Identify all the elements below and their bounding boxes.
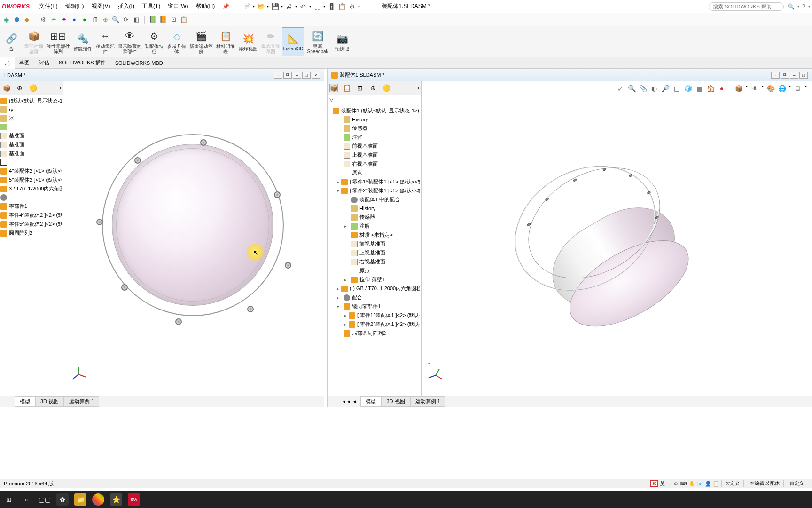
view-triad-right[interactable]: z (430, 364, 449, 382)
menu-help[interactable]: 帮助(H) (192, 0, 219, 12)
vp-eye-icon[interactable]: 👁 (750, 84, 759, 93)
btab-motion-right[interactable]: 运动算例 1 (410, 396, 445, 407)
tree-item[interactable]: 装配体1 中的配合 (328, 195, 420, 204)
menu-file[interactable]: 文件(F) (35, 0, 61, 12)
tb-icon-15[interactable]: 📙 (159, 16, 167, 24)
btab-3dview-left[interactable]: 3D 视图 (35, 396, 64, 407)
btab-3dview-right[interactable]: 3D 视图 (381, 396, 410, 407)
settings-icon[interactable]: ⚙ (348, 2, 356, 11)
tree-item[interactable]: 前视基准面 (328, 239, 420, 248)
save-icon[interactable]: 💾 (271, 2, 279, 11)
tb-icon-8[interactable]: ● (80, 16, 89, 24)
ribbon-preview[interactable]: 📦零部件预览窗 (23, 27, 45, 56)
solidworks-icon[interactable]: SW (128, 493, 140, 506)
tb-icon-9[interactable]: ᗰ (91, 16, 99, 24)
win-btn-r1[interactable]: ▫ (771, 72, 780, 79)
vp-fit-icon[interactable]: 🔍 (627, 84, 636, 93)
tree-item[interactable]: ▸[ 零件1^装配体1 ]<2> (默认<< (328, 311, 420, 320)
tb-icon-10[interactable]: ⊕ (101, 16, 109, 24)
win-btn-r2[interactable]: ⧉ (781, 72, 789, 79)
chevron-right-icon[interactable]: › (59, 85, 61, 91)
ime-lang[interactable]: 英 ， (660, 480, 671, 487)
model-ring-iso[interactable] (508, 145, 701, 338)
vp-zoom2-icon[interactable]: 🔎 (661, 84, 670, 93)
tb-icon-1[interactable]: ◉ (2, 16, 10, 24)
ribbon-ref-geometry[interactable]: ◇参考几何体 (165, 27, 188, 56)
tree-item[interactable] (0, 158, 62, 167)
tree-item[interactable]: 上视基准面 (328, 151, 420, 159)
status-editing[interactable]: 在编辑 装配体 (746, 480, 784, 487)
btab-motion-left[interactable]: 运动算例 1 (64, 396, 99, 407)
vp-zoom-icon[interactable]: ⤢ (616, 84, 625, 93)
tree-item[interactable]: 右视基准面 (328, 257, 420, 266)
tree-item[interactable]: ▸注解 (328, 222, 420, 230)
ribbon-assembly-feature[interactable]: ⚙装配体特征 (143, 27, 165, 56)
tree-item[interactable]: 圆周阵列2 (0, 229, 62, 238)
vp-view-icon[interactable]: ◫ (672, 84, 681, 93)
app-icon-1[interactable]: ✿ (56, 493, 69, 506)
minimize-button[interactable]: – (293, 72, 301, 79)
tree-tab-cross-icon-r[interactable]: ⊕ (369, 84, 377, 92)
tab-layout[interactable]: 局 (0, 57, 15, 69)
search-input[interactable] (709, 2, 784, 11)
menu-tools[interactable]: 工具(T) (138, 0, 164, 12)
view-triad-left[interactable] (73, 363, 92, 381)
search-button[interactable]: ○ (21, 493, 33, 506)
vp-globe-icon[interactable]: 🌐 (778, 84, 786, 93)
tree-item[interactable]: 基准面 (0, 149, 62, 158)
tree-item[interactable] (0, 123, 62, 131)
status-custom[interactable]: 自定义 (786, 480, 808, 487)
app-icon-2[interactable]: ⭐ (110, 493, 122, 506)
tree-item[interactable]: 4^装配体2 ]<1> (默认<<默认 (0, 167, 62, 175)
menu-edit[interactable]: 编辑(E) (62, 0, 88, 12)
btab-model-left[interactable]: 模型 (15, 396, 35, 407)
scroll-left-icon[interactable]: ◄◄ ◄ (342, 399, 357, 404)
win-btn-1[interactable]: ▫ (274, 72, 282, 79)
tree-tab-display-icon-r[interactable]: 🟡 (382, 84, 390, 92)
tab-mbd[interactable]: SOLIDWORKS MBD (110, 58, 168, 68)
tb-icon-12[interactable]: ⟳ (122, 16, 130, 24)
close-button[interactable]: × (312, 72, 320, 79)
tb-icon-17[interactable]: 📋 (180, 16, 188, 24)
tree-item[interactable]: 右视基准面 (328, 159, 420, 168)
ime-sogou-icon[interactable]: S (650, 480, 657, 487)
vp-display-icon[interactable]: ▦ (695, 84, 703, 93)
vp-orient-icon[interactable]: 🧊 (684, 84, 692, 93)
vp-cube-icon[interactable]: 📦 (734, 84, 743, 93)
search-icon[interactable]: 🔍 (788, 3, 795, 10)
rebuild-icon[interactable]: 🚦 (327, 2, 336, 11)
vp-section-icon[interactable]: ◐ (650, 84, 658, 93)
tree-item[interactable]: ry (0, 105, 62, 114)
minimize-button-r[interactable]: – (790, 72, 798, 79)
vp-clip-icon[interactable]: 📎 (639, 84, 647, 93)
ribbon-explode-line[interactable]: ✏爆炸直线草图 (259, 27, 282, 56)
chrome-icon[interactable] (92, 493, 104, 506)
ribbon-show-hide[interactable]: 👁显示隐藏的零部件 (117, 27, 143, 56)
vp-appearance-icon[interactable]: 🎨 (766, 84, 775, 93)
tree-item[interactable]: 原点 (328, 168, 420, 177)
filter-icon[interactable]: ▽· (329, 96, 335, 102)
new-icon[interactable]: 📄 (242, 2, 251, 11)
explorer-icon[interactable]: 📁 (74, 493, 86, 506)
ribbon-instant3d[interactable]: 📐Instant3D (282, 27, 304, 56)
tree-item[interactable]: ▸[ 零件1^装配体1 ]<1> (默认<<默认 (328, 177, 420, 186)
select-icon[interactable]: ⬚ (313, 2, 321, 11)
right-doc-tab[interactable]: 装配体1.SLDASM * ▫ ⧉ – □ (328, 69, 812, 81)
tree-tab-feature-icon[interactable]: 📦 (2, 84, 11, 92)
maximize-button-r[interactable]: □ (799, 72, 808, 79)
ribbon-explode[interactable]: 💥爆炸视图 (237, 27, 259, 56)
tree-item[interactable]: 基准面 (0, 131, 62, 140)
tb-icon-16[interactable]: ⊡ (169, 16, 178, 24)
tree-item[interactable]: ▸[ 零件2^装配体1 ]<2> (默认<< (328, 320, 420, 329)
ribbon-motion-study[interactable]: 🎬新建运动算例 (188, 27, 214, 56)
btab-model-right[interactable]: 模型 (360, 396, 381, 407)
tree-item[interactable]: 零部件1 (0, 202, 62, 211)
tree-item[interactable]: 5^装配体2 ]<1> (默认<<默认 (0, 175, 62, 184)
taskview-button[interactable]: ▢▢ (39, 493, 51, 506)
tree-item[interactable]: 原点 (328, 266, 420, 275)
tree-item[interactable] (0, 193, 62, 202)
tb-icon-4[interactable]: ⚙ (39, 16, 47, 24)
tree-item[interactable]: 装配体1 (默认<默认_显示状态-1>) (328, 106, 420, 115)
tb-icon-13[interactable]: ◧ (132, 16, 141, 24)
tree-item[interactable]: ▾镜向零部件1 (328, 302, 420, 311)
